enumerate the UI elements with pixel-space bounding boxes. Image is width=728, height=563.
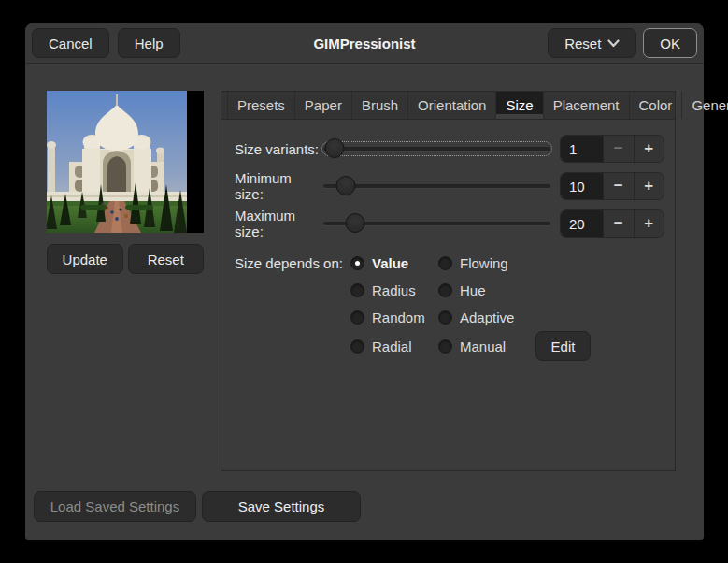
tab-color[interactable]: Color [630,92,683,119]
minimum-size-slider[interactable] [323,172,550,200]
edit-manual-button[interactable]: Edit [535,331,591,361]
minus-icon: − [614,139,623,158]
maximum-size-label: Maximum size: [235,208,323,239]
gimpressionist-dialog: Cancel Help GIMPressionist Reset OK [25,23,704,540]
size-tab-panel: Size variants: − + Minimum si [221,120,675,471]
radio-selected-icon [350,256,364,270]
spin-minus-button[interactable]: − [603,173,634,199]
minus-icon: − [614,177,623,195]
reset-dropdown-label: Reset [564,36,601,51]
slider-knob[interactable] [336,176,356,195]
radio-flowing[interactable]: Flowing [438,255,526,271]
radio-adaptive[interactable]: Adaptive [438,310,526,325]
radio-icon [438,339,452,354]
tab-bar: Presets Paper Brush Orientation Size Pla… [221,92,675,120]
radio-radius[interactable]: Radius [350,282,438,298]
titlebar: Cancel Help GIMPressionist Reset OK [25,23,704,64]
tab-size[interactable]: Size [496,92,543,119]
minus-icon: − [614,214,623,233]
minimum-size-input[interactable] [561,173,603,199]
size-variants-spinbox: − + [560,135,664,163]
load-saved-settings-button[interactable]: Load Saved Settings [34,491,196,522]
radio-random[interactable]: Random [350,310,438,325]
taj-mahal-illustration [47,91,187,233]
radio-icon [350,310,364,325]
cancel-button[interactable]: Cancel [32,28,109,58]
reset-preview-button[interactable]: Reset [128,244,205,274]
save-settings-button[interactable]: Save Settings [202,491,361,522]
radio-hue[interactable]: Hue [438,282,526,298]
slider-knob[interactable] [346,213,365,233]
tab-brush[interactable]: Brush [352,92,408,119]
chevron-down-icon [607,39,620,48]
size-variants-label: Size variants: [235,141,323,157]
tab-presets[interactable]: Presets [227,92,295,119]
maximum-size-spinbox: − + [560,209,664,238]
size-depends-on-label: Size depends on: [235,250,343,277]
spin-minus-button[interactable]: − [603,136,634,162]
slider-knob[interactable] [325,138,345,158]
maximum-size-input[interactable] [561,210,603,237]
slider-track[interactable] [323,147,550,151]
plus-icon: + [644,214,653,233]
radio-icon [350,283,364,297]
radio-manual[interactable]: Manual [438,339,526,354]
slider-track[interactable] [323,184,550,188]
size-depends-radio-group: Value Flowing Radius Hue [350,250,591,361]
radio-icon [438,256,452,270]
tab-general[interactable]: General [682,92,728,119]
radio-icon [438,283,452,297]
minimum-size-label: Minimum size: [235,170,323,202]
maximum-size-slider[interactable] [323,209,550,238]
radio-icon [350,339,364,354]
radio-value[interactable]: Value [350,255,438,271]
settings-notebook: Presets Paper Brush Orientation Size Pla… [221,91,676,471]
preview-image [47,91,204,233]
size-variants-slider[interactable] [323,135,550,163]
spin-minus-button[interactable]: − [603,210,634,237]
size-variants-input[interactable] [561,136,603,162]
tab-orientation[interactable]: Orientation [408,92,496,119]
spin-plus-button[interactable]: + [634,210,664,237]
spin-plus-button[interactable]: + [634,173,664,199]
radio-icon [438,310,452,325]
tab-placement[interactable]: Placement [544,92,630,119]
plus-icon: + [644,139,653,158]
minimum-size-spinbox: − + [560,172,664,200]
spin-plus-button[interactable]: + [634,136,664,162]
help-button[interactable]: Help [118,28,180,58]
reset-dropdown-button[interactable]: Reset [548,28,636,58]
ok-button[interactable]: OK [643,28,697,58]
tab-paper[interactable]: Paper [295,92,352,119]
update-preview-button[interactable]: Update [47,244,123,274]
plus-icon: + [644,177,653,195]
radio-radial[interactable]: Radial [350,339,438,354]
